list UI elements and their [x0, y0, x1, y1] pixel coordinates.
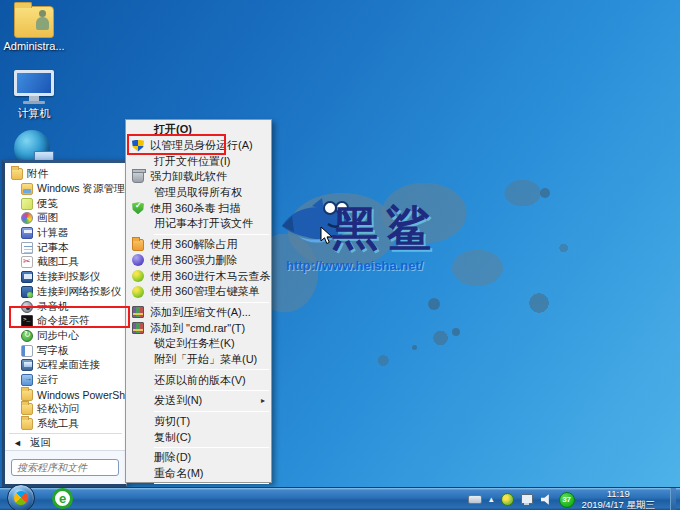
desktop-icon-administrator[interactable]: Administra... [2, 6, 66, 52]
menu-separator [154, 390, 269, 391]
context-menu-item[interactable]: 重命名(M) [126, 466, 271, 482]
folder-icon [21, 418, 33, 430]
context-menu-item[interactable]: 使用 360解除占用 [126, 237, 271, 253]
context-menu-item[interactable]: 使用 360管理右键菜单 [126, 284, 271, 300]
context-menu-item[interactable]: 复制(C) [126, 429, 271, 445]
start-menu-item[interactable]: 远程桌面连接 [5, 358, 126, 373]
context-menu-item[interactable]: 使用 360进行木马云查杀 [126, 268, 271, 284]
context-menu-item[interactable]: 发送到(N)▸ [126, 393, 271, 409]
start-menu-search-area [5, 450, 126, 484]
run-icon [21, 374, 33, 386]
start-menu-back-item[interactable]: ◄ 返回 [5, 436, 126, 450]
start-menu-item-label: 计算器 [37, 226, 69, 240]
start-menu-divider [9, 433, 122, 434]
start-menu-item[interactable]: Windows PowerShell [5, 387, 126, 402]
start-menu-item[interactable]: 运行 [5, 373, 126, 388]
show-desktop-button[interactable] [670, 488, 676, 510]
start-menu-item-label: Windows PowerShell [37, 389, 136, 401]
start-menu-item[interactable]: 计算器 [5, 226, 126, 241]
splatter-dot [452, 328, 460, 336]
user-folder-icon [14, 6, 54, 38]
context-menu-item[interactable]: 用记事本打开该文件 [126, 216, 271, 232]
annotation-box-cmd-item [9, 306, 130, 328]
taskbar: e ▴ 37 11:19 2019/4/17 星期三 [0, 487, 680, 510]
trash-icon [132, 171, 144, 183]
folder-icon [21, 389, 33, 401]
start-menu-item-label: 截图工具 [37, 255, 79, 269]
ball-purple-icon [132, 254, 144, 266]
desktop-icon-computer[interactable]: 计算机 [2, 70, 66, 121]
mouse-cursor [320, 226, 333, 249]
start-menu-item[interactable]: 画图 [5, 211, 126, 226]
context-menu-item[interactable]: 强力卸载此软件 [126, 169, 271, 185]
taskbar-clock[interactable]: 11:19 2019/4/17 星期三 [582, 489, 663, 510]
network-tray-icon[interactable] [521, 494, 534, 505]
context-menu-item-label: 使用 360解除占用 [150, 237, 237, 252]
start-menu-item-label: 运行 [37, 373, 58, 387]
context-menu-item[interactable]: 添加到压缩文件(A)... [126, 305, 271, 321]
context-menu-item[interactable]: 添加到 "cmd.rar"(T) [126, 320, 271, 336]
menu-separator [154, 302, 269, 303]
wordpad-icon [21, 345, 33, 357]
paint-icon [21, 212, 33, 224]
start-menu-item-label: 同步中心 [37, 329, 79, 343]
net-projector-icon [21, 286, 33, 298]
windows-flag-icon [11, 488, 31, 508]
context-menu-item[interactable]: 附到「开始」菜单(U) [126, 352, 271, 368]
folder-orange-icon [132, 239, 144, 251]
start-menu-item[interactable]: 截图工具 [5, 255, 126, 270]
context-menu-item[interactable]: 删除(D) [126, 450, 271, 466]
context-menu-item[interactable]: 剪切(T) [126, 414, 271, 430]
context-menu-item[interactable]: 管理员取得所有权 [126, 185, 271, 201]
tray-expand-icon[interactable]: ▴ [489, 495, 494, 504]
context-menu-item-label: 添加到压缩文件(A)... [150, 305, 251, 320]
context-menu-item[interactable]: 使用 360强力删除 [126, 253, 271, 269]
start-menu-item[interactable]: 连接到投影仪 [5, 270, 126, 285]
context-menu-item-label: 强力卸载此软件 [150, 169, 227, 184]
start-button[interactable] [7, 484, 35, 510]
menu-separator [154, 369, 269, 370]
start-menu-item[interactable]: 附件 [5, 167, 126, 182]
start-menu-item[interactable]: 轻松访问 [5, 402, 126, 417]
start-menu-item[interactable]: 记事本 [5, 240, 126, 255]
context-menu-item-label: 删除(D) [154, 450, 191, 465]
context-menu-item[interactable]: 锁定到任务栏(K) [126, 336, 271, 352]
context-menu-item-label: 使用 360强力删除 [150, 253, 237, 268]
browser-taskbar-icon[interactable]: e [52, 488, 73, 509]
context-menu: 打开(O)以管理员身份运行(A)打开文件位置(I)强力卸载此软件管理员取得所有权… [125, 119, 272, 483]
watermark-brand-text: 黑鲨 [332, 198, 440, 260]
menu-separator [154, 483, 269, 484]
start-menu-item-label: 系统工具 [37, 417, 79, 431]
start-menu-item[interactable]: 同步中心 [5, 329, 126, 344]
sticky-icon [21, 198, 33, 210]
context-menu-item-label: 用记事本打开该文件 [154, 216, 253, 231]
start-menu-item[interactable]: 系统工具 [5, 417, 126, 432]
start-menu-item-label: 便笺 [37, 197, 58, 211]
start-menu-item[interactable]: Windows 资源管理器 [5, 182, 126, 197]
volume-tray-icon[interactable] [541, 494, 552, 505]
context-menu-item-label: 使用 360进行木马云查杀 [150, 269, 270, 284]
start-menu-item-label: Windows 资源管理器 [37, 182, 135, 196]
start-menu-item[interactable]: 便笺 [5, 196, 126, 211]
start-menu-item-label: 连接到网络投影仪 [37, 285, 121, 299]
ball-green-icon [132, 286, 144, 298]
context-menu-item[interactable]: 打开文件位置(I) [126, 153, 271, 169]
folder-open-icon [11, 168, 23, 180]
context-menu-item-label: 使用 360杀毒 扫描 [150, 201, 240, 216]
search-input[interactable] [11, 459, 119, 476]
start-menu-item-label: 轻松访问 [37, 402, 79, 416]
input-indicator-icon[interactable] [468, 495, 482, 504]
desktop-icon-label: 计算机 [2, 106, 66, 121]
folder-icon [21, 403, 33, 415]
start-menu-item[interactable]: 写字板 [5, 343, 126, 358]
start-menu-item-label: 远程桌面连接 [37, 358, 100, 372]
context-menu-item[interactable]: 还原以前的版本(V) [126, 372, 271, 388]
menu-separator [154, 411, 269, 412]
security-tray-icon[interactable] [501, 493, 514, 506]
watermark-url-text: http://www.heisha.net/ [286, 258, 423, 273]
context-menu-item[interactable]: 使用 360杀毒 扫描 [126, 200, 271, 216]
antivirus-badge[interactable]: 37 [559, 492, 575, 508]
start-menu-item[interactable]: 连接到网络投影仪 [5, 285, 126, 300]
context-menu-item-label: 管理员取得所有权 [154, 185, 242, 200]
ball-green-icon [132, 270, 144, 282]
